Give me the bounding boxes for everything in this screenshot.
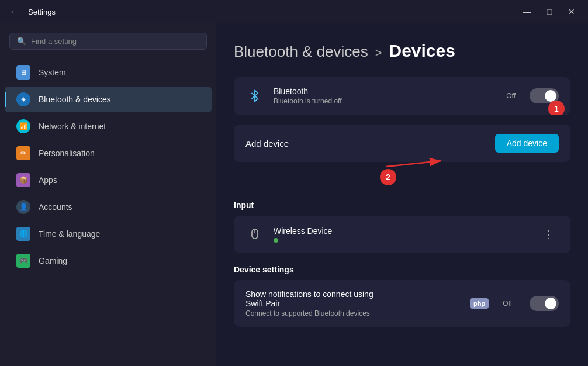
bluetooth-icon: ✴ [16, 92, 30, 106]
swift-pair-toggle-thumb [545, 298, 556, 309]
php-badge: php [470, 298, 489, 309]
device-more-button[interactable]: ⋮ [539, 226, 559, 243]
sidebar-item-label-network: Network & internet [39, 122, 106, 131]
sidebar-item-label-timelang: Time & language [39, 229, 100, 239]
svg-line-1 [386, 161, 441, 167]
sidebar-item-system[interactable]: 🖥 System [5, 60, 212, 85]
sidebar-item-label-accounts: Accounts [39, 202, 72, 212]
device-settings-heading: Device settings [234, 265, 570, 274]
sidebar-item-personalisation[interactable]: ✏ Personalisation [5, 140, 212, 166]
swift-pair-text: Show notifications to connect using Swif… [245, 289, 461, 317]
titlebar: ← Settings — □ ✕ [0, 0, 588, 23]
sidebar-item-label-personalisation: Personalisation [39, 149, 95, 158]
swift-pair-row: Show notifications to connect using Swif… [234, 280, 570, 327]
content-area: Bluetooth & devices > Devices Bluetooth … [216, 23, 588, 366]
breadcrumb-current: Devices [389, 41, 455, 61]
maximize-button[interactable]: □ [540, 4, 559, 20]
bluetooth-device-icon [245, 87, 264, 105]
swift-pair-card: Show notifications to connect using Swif… [234, 280, 570, 327]
add-device-section: Add device Add device 2 [234, 125, 570, 162]
sidebar-item-apps[interactable]: 📦 Apps [5, 167, 212, 193]
accounts-icon: 👤 [16, 200, 30, 214]
sidebar-item-gaming[interactable]: 🎮 Gaming [5, 248, 212, 274]
personalisation-icon: ✏ [16, 146, 30, 160]
sidebar-item-network[interactable]: 📶 Network & internet [5, 113, 212, 139]
page-header: Bluetooth & devices > Devices [234, 41, 570, 61]
timelang-icon: 🌐 [16, 227, 30, 241]
add-device-button[interactable]: Add device [495, 134, 559, 153]
sidebar-item-timelang[interactable]: 🌐 Time & language [5, 221, 212, 247]
bluetooth-title: Bluetooth [274, 87, 497, 96]
search-input[interactable] [31, 37, 199, 46]
bluetooth-row: Bluetooth Bluetooth is turned off Off [234, 77, 570, 115]
sidebar-item-accounts[interactable]: 👤 Accounts [5, 194, 212, 220]
sidebar-item-label-bluetooth: Bluetooth & devices [39, 95, 111, 104]
network-icon: 📶 [16, 119, 30, 133]
window-controls: — □ ✕ [518, 4, 581, 20]
wireless-device-text: Wireless Device [274, 226, 530, 243]
main-layout: 🔍 🖥 System ✴ Bluetooth & devices 📶 Netwo… [0, 23, 588, 366]
system-icon: 🖥 [16, 65, 30, 80]
spacer [234, 171, 570, 189]
svg-point-4 [254, 238, 255, 239]
swift-pair-title2: Swift Pair [245, 299, 461, 308]
toggle-off-label: Off [506, 92, 516, 100]
annotation-badge-1: 1 [548, 101, 565, 115]
annotation-badge-2: 2 [380, 169, 396, 185]
bluetooth-subtitle: Bluetooth is turned off [274, 97, 497, 105]
gaming-icon: 🎮 [16, 254, 30, 268]
back-button[interactable]: ← [7, 4, 21, 19]
bluetooth-text: Bluetooth Bluetooth is turned off [274, 87, 497, 105]
add-device-label: Add device [245, 139, 495, 149]
swift-pair-title: Show notifications to connect using [245, 289, 461, 299]
wireless-device-card: Wireless Device ⋮ [234, 216, 570, 253]
sidebar-item-label-apps: Apps [39, 175, 57, 185]
app-title: Settings [28, 8, 511, 16]
breadcrumb-parent: Bluetooth & devices [234, 43, 368, 61]
sidebar-item-label-gaming: Gaming [39, 256, 67, 265]
breadcrumb-separator: > [375, 46, 382, 60]
swift-pair-toggle-label: Off [503, 299, 512, 308]
device-connected-dot [274, 238, 278, 243]
swift-pair-subtitle: Connect to supported Bluetooth devices [245, 309, 461, 317]
search-box[interactable]: 🔍 [9, 33, 207, 50]
sidebar-item-bluetooth[interactable]: ✴ Bluetooth & devices [5, 87, 212, 112]
close-button[interactable]: ✕ [562, 4, 581, 20]
wireless-device-title: Wireless Device [274, 226, 530, 236]
swift-pair-toggle[interactable] [530, 296, 559, 311]
wireless-device-mouse-icon [245, 225, 264, 244]
minimize-button[interactable]: — [518, 4, 537, 20]
bluetooth-card: Bluetooth Bluetooth is turned off Off 1 [234, 77, 570, 115]
wireless-device-row: Wireless Device ⋮ [234, 216, 570, 253]
sidebar: 🔍 🖥 System ✴ Bluetooth & devices 📶 Netwo… [0, 23, 216, 366]
sidebar-item-label-system: System [39, 68, 66, 77]
input-section-heading: Input [234, 201, 570, 210]
search-icon: 🔍 [17, 37, 26, 46]
apps-icon: 📦 [16, 173, 30, 187]
toggle-thumb [545, 90, 556, 102]
